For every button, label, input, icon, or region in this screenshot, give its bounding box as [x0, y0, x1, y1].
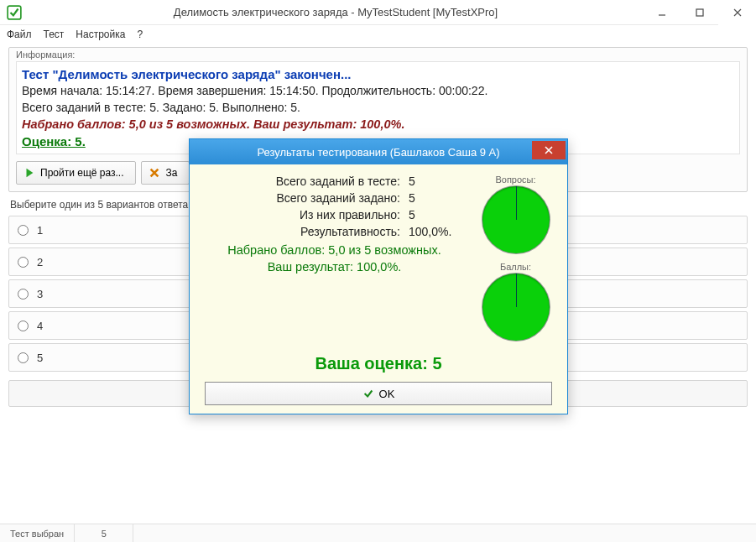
ok-button[interactable]: OK — [205, 382, 552, 405]
results-dialog: Результаты тестирования (Башлаков Саша 9… — [189, 138, 568, 414]
minimize-button[interactable] — [643, 0, 680, 25]
retry-label: Пройти ещё раз... — [40, 167, 123, 179]
status-bar: Тест выбран 5 — [0, 524, 756, 542]
answer-radio[interactable] — [18, 257, 29, 268]
app-icon — [7, 5, 22, 20]
ok-label: OK — [379, 388, 395, 400]
menu-test[interactable]: Тест — [44, 29, 65, 40]
answer-radio[interactable] — [18, 352, 29, 363]
answer-label: 1 — [37, 224, 43, 237]
stat-correct-label: Из них правильно: — [201, 208, 409, 221]
close-button[interactable] — [718, 0, 756, 25]
stat-eff-value: 100,0%. — [409, 225, 467, 238]
stat-total-value: 5 — [409, 175, 467, 188]
pie-chart-questions — [482, 186, 550, 253]
check-icon — [362, 388, 374, 399]
answer-radio[interactable] — [18, 225, 29, 236]
svg-rect-2 — [696, 9, 703, 16]
dialog-close-button[interactable] — [532, 141, 566, 159]
answer-label: 2 — [37, 256, 43, 268]
answer-radio[interactable] — [18, 321, 29, 331]
pie-chart-points — [482, 274, 550, 341]
chart-questions-label: Вопросы: — [495, 175, 535, 185]
chart-points-label: Баллы: — [500, 262, 531, 272]
info-timing: Время начала: 15:14:27. Время завершения… — [22, 83, 734, 100]
grade-line: Ваша оценка: 5 — [201, 354, 555, 373]
stat-correct-value: 5 — [409, 208, 467, 221]
info-tasks: Всего заданий в тесте: 5. Задано: 5. Вып… — [22, 100, 734, 117]
stat-asked-label: Всего заданий задано: — [201, 191, 409, 205]
info-test-finished: Тест "Делимость электрического заряда" з… — [22, 65, 734, 83]
close-test-button[interactable]: За — [141, 161, 190, 185]
cancel-icon — [149, 167, 160, 179]
window-titlebar: Делимость электрического заряда - MyTest… — [0, 0, 756, 25]
stat-total-label: Всего заданий в тесте: — [201, 175, 409, 188]
dialog-titlebar[interactable]: Результаты тестирования (Башлаков Саша 9… — [190, 139, 567, 164]
play-icon — [23, 167, 35, 179]
info-score: Набрано баллов: 5,0 из 5 возможных. Ваш … — [22, 116, 734, 133]
menu-help[interactable]: ? — [137, 29, 143, 40]
status-selected: Тест выбран — [0, 524, 75, 542]
answer-label: 4 — [37, 320, 43, 332]
menu-settings[interactable]: Настройка — [76, 29, 125, 40]
close-icon — [544, 145, 554, 155]
dialog-title: Результаты тестирования (Башлаков Саша 9… — [257, 146, 499, 159]
status-count: 5 — [75, 524, 133, 542]
stat-asked-value: 5 — [409, 191, 467, 205]
points-line-1: Набрано баллов: 5,0 из 5 возможных. — [201, 242, 467, 258]
answer-radio[interactable] — [18, 289, 29, 300]
info-panel-label: Информация: — [16, 50, 740, 60]
stat-eff-label: Результативность: — [201, 225, 409, 238]
window-title: Делимость электрического заряда - MyTest… — [29, 6, 643, 18]
menubar: Файл Тест Настройка ? — [0, 25, 756, 44]
answer-label: 3 — [37, 288, 43, 300]
points-line-2: Ваш результат: 100,0%. — [201, 258, 467, 275]
close-test-label: За — [165, 167, 177, 179]
retry-button[interactable]: Пройти ещё раз... — [16, 161, 136, 185]
answer-label: 5 — [37, 352, 43, 364]
maximize-button[interactable] — [680, 0, 718, 25]
menu-file[interactable]: Файл — [7, 29, 32, 40]
